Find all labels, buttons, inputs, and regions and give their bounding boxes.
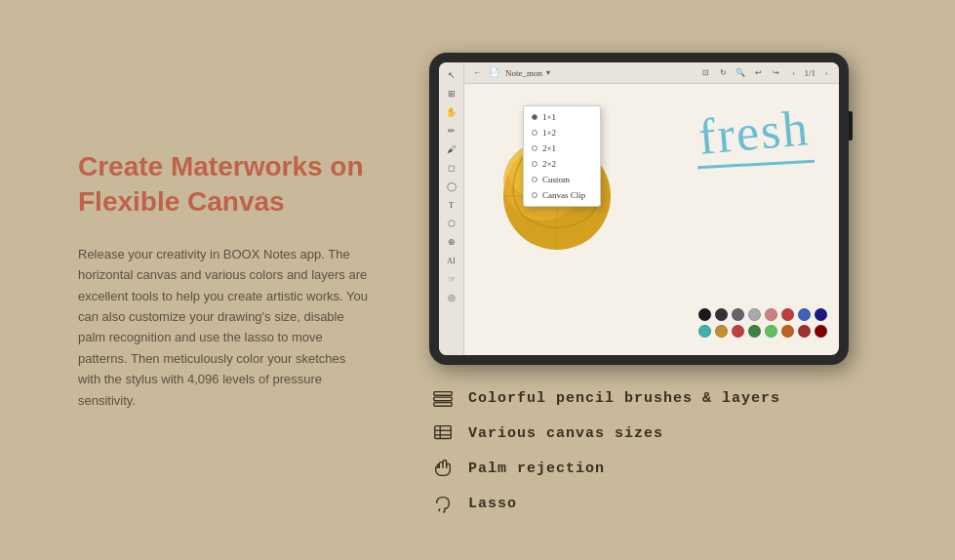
canvas-fresh-text: fresh bbox=[696, 99, 813, 166]
feature-item-canvas: Various canvas sizes bbox=[429, 420, 780, 447]
top-toolbar: ← 📄 Note_mon ▾ ⊡ ↻ 🔍 ↩ ↪ ‹ 1/1 bbox=[464, 62, 839, 84]
toolbar-grid-icon[interactable]: ⊞ bbox=[445, 87, 458, 100]
right-content: ↖ ⊞ ✋ ✏ 🖌 ◻ ◯ T ⬡ ⊕ AI ☞ ◎ bbox=[410, 43, 955, 517]
headline: Create Materworks on Flexible Canvas bbox=[78, 149, 371, 220]
menu-dot-2x1 bbox=[532, 145, 537, 151]
canvas-size-dropdown[interactable]: 1×1 1×2 2×1 bbox=[523, 105, 601, 207]
lasso-icon bbox=[429, 490, 457, 517]
tablet-screen: ↖ ⊞ ✋ ✏ 🖌 ◻ ◯ T ⬡ ⊕ AI ☞ ◎ bbox=[439, 62, 839, 355]
rotate-icon[interactable]: ↻ bbox=[716, 66, 730, 80]
menu-item-1x1[interactable]: 1×1 bbox=[524, 109, 600, 125]
layers-icon bbox=[429, 384, 457, 412]
svg-rect-9 bbox=[434, 397, 452, 401]
feature-item-brushes: Colorful pencil brushes & layers bbox=[429, 384, 780, 412]
color-gold[interactable] bbox=[715, 325, 728, 338]
menu-item-custom[interactable]: Custom bbox=[524, 172, 600, 187]
toolbar-left: ↖ ⊞ ✋ ✏ 🖌 ◻ ◯ T ⬡ ⊕ AI ☞ ◎ bbox=[439, 62, 464, 355]
note-label[interactable]: Note_mon bbox=[505, 68, 542, 78]
back-icon[interactable]: ← bbox=[470, 66, 484, 80]
color-orange[interactable] bbox=[781, 325, 794, 338]
feature-text-palm: Palm rejection bbox=[468, 460, 605, 477]
prev-icon[interactable]: ‹ bbox=[786, 66, 800, 80]
page-num: 1/1 bbox=[804, 68, 816, 78]
toolbar-pen-icon[interactable]: ✏ bbox=[445, 124, 458, 138]
svg-rect-8 bbox=[434, 392, 452, 396]
color-row-2 bbox=[698, 325, 827, 338]
body-text: Release your creativity in BOOX Notes ap… bbox=[78, 244, 371, 412]
color-row-1 bbox=[698, 308, 827, 321]
palm-icon bbox=[429, 455, 457, 482]
menu-dot-1x1 bbox=[532, 114, 537, 120]
feature-text-brushes: Colorful pencil brushes & layers bbox=[468, 390, 780, 407]
toolbar-eraser-icon[interactable]: ◻ bbox=[445, 161, 458, 175]
note-icon[interactable]: 📄 bbox=[488, 66, 501, 80]
color-darkgray[interactable] bbox=[715, 308, 728, 321]
color-teal[interactable] bbox=[698, 325, 711, 338]
canvas-area: ← 📄 Note_mon ▾ ⊡ ↻ 🔍 ↩ ↪ ‹ 1/1 bbox=[464, 62, 839, 355]
menu-dot-canvas-clip bbox=[532, 192, 537, 198]
features-list: Colorful pencil brushes & layers Various… bbox=[429, 384, 780, 517]
toolbar-fill-icon[interactable]: ⊕ bbox=[445, 235, 458, 249]
color-palette bbox=[698, 308, 827, 338]
toolbar-brush-icon[interactable]: 🖌 bbox=[445, 142, 458, 156]
left-content: Create Materworks on Flexible Canvas Rel… bbox=[0, 110, 410, 450]
color-gray[interactable] bbox=[732, 308, 744, 321]
color-darkgreen[interactable] bbox=[748, 325, 761, 338]
toolbar-cursor-icon[interactable]: ↖ bbox=[445, 68, 458, 82]
toolbar-settings-icon[interactable]: ◎ bbox=[445, 291, 458, 304]
color-green[interactable] bbox=[765, 325, 777, 338]
menu-dot-1x2 bbox=[532, 130, 537, 136]
drawing-canvas[interactable]: fresh bbox=[464, 84, 839, 355]
color-darkblue[interactable] bbox=[815, 308, 827, 321]
color-red[interactable] bbox=[781, 308, 794, 321]
menu-item-2x1[interactable]: 2×1 bbox=[524, 140, 600, 156]
feature-item-lasso: Lasso bbox=[429, 490, 780, 517]
menu-item-canvas-clip[interactable]: Canvas Clip bbox=[524, 187, 600, 203]
color-maroon[interactable] bbox=[815, 325, 827, 338]
undo-icon[interactable]: ↩ bbox=[751, 66, 765, 80]
tablet-device: ↖ ⊞ ✋ ✏ 🖌 ◻ ◯ T ⬡ ⊕ AI ☞ ◎ bbox=[429, 53, 849, 365]
toolbar-shape-icon[interactable]: ◯ bbox=[445, 180, 458, 193]
feature-item-palm: Palm rejection bbox=[429, 455, 780, 482]
feature-text-lasso: Lasso bbox=[468, 496, 517, 512]
dropdown-arrow[interactable]: ▾ bbox=[546, 68, 550, 77]
menu-item-1x2[interactable]: 1×2 bbox=[524, 125, 600, 140]
color-pink[interactable] bbox=[765, 308, 777, 321]
next-icon[interactable]: › bbox=[819, 66, 833, 80]
toolbar-hand2-icon[interactable]: ☞ bbox=[445, 272, 458, 286]
menu-dot-2x2 bbox=[532, 161, 537, 167]
menu-dot-custom bbox=[532, 177, 537, 182]
canvas-icon bbox=[429, 420, 457, 447]
svg-rect-11 bbox=[435, 426, 452, 439]
crop-icon[interactable]: ⊡ bbox=[698, 66, 712, 80]
feature-text-canvas: Various canvas sizes bbox=[468, 425, 663, 442]
menu-item-2x2[interactable]: 2×2 bbox=[524, 156, 600, 172]
toolbar-select-icon[interactable]: ⬡ bbox=[445, 217, 458, 230]
tablet-side-button bbox=[849, 111, 853, 140]
color-blue[interactable] bbox=[798, 308, 811, 321]
color-lightgray[interactable] bbox=[748, 308, 761, 321]
redo-icon[interactable]: ↪ bbox=[769, 66, 782, 80]
page-wrapper: Create Materworks on Flexible Canvas Rel… bbox=[0, 0, 955, 560]
color-crimson[interactable] bbox=[732, 325, 744, 338]
toolbar-hand-icon[interactable]: ✋ bbox=[445, 105, 458, 119]
toolbar-ai-icon[interactable]: AI bbox=[445, 254, 458, 267]
color-black[interactable] bbox=[698, 308, 711, 321]
zoom-icon[interactable]: 🔍 bbox=[734, 66, 747, 80]
toolbar-text-icon[interactable]: T bbox=[445, 198, 458, 212]
tablet-wrapper: ↖ ⊞ ✋ ✏ 🖌 ◻ ◯ T ⬡ ⊕ AI ☞ ◎ bbox=[429, 53, 849, 365]
svg-rect-10 bbox=[434, 403, 452, 407]
color-darkred[interactable] bbox=[798, 325, 811, 338]
